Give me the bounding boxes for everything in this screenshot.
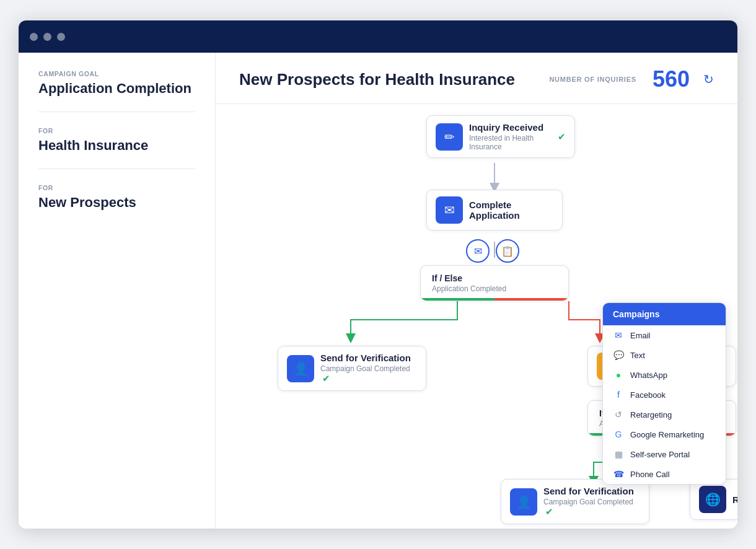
send-verification-1-node[interactable]: 👤 Send for Verification Campaign Goal Co… [278,346,426,391]
run-campaign-icon: 🌐 [699,486,726,513]
whatsapp-icon: ● [613,370,624,380]
verify2-subtitle: Campaign Goal Completed ✔ [543,498,640,517]
campaigns-item-phone[interactable]: ☎ Phone Call [603,464,726,484]
complete-application-node[interactable]: ✉ Complete Application [426,190,563,231]
text-label: Text [630,351,645,360]
sidebar: CAMPAIGN GOAL Application Completion FOR… [19,53,216,529]
traffic-dot-1 [30,33,38,41]
verify2-icon: 👤 [510,488,537,516]
facebook-icon: f [613,390,624,400]
campaigns-item-whatsapp[interactable]: ● WhatsApp [603,365,726,385]
portal-icon: ▦ [613,449,624,459]
verify1-check-icon: ✔ [322,373,330,384]
content-header: New Prospects for Health Insurance NUMBE… [216,53,737,104]
phone-label: Phone Call [630,470,670,479]
verify2-check-icon: ✔ [545,506,553,517]
campaigns-item-email[interactable]: ✉ Email [603,325,726,345]
campaign-goal-label: CAMPAIGN GOAL [38,70,195,77]
ifelse1-title: If / Else [432,273,557,283]
inquiries-count: 560 [653,66,690,92]
refresh-icon[interactable]: ↻ [703,72,714,87]
complete-app-title: Complete Application [469,200,553,221]
inquiry-icon: ✏ [436,123,463,151]
ifelse1-bar-red [494,298,568,301]
for-prospects-label: FOR [38,184,195,191]
sidebar-section-campaign-goal: CAMPAIGN GOAL Application Completion [38,70,195,112]
mini-icon-form[interactable]: 📋 [496,239,519,263]
portal-label: Self-serve Portal [630,450,690,459]
content-area: New Prospects for Health Insurance NUMBE… [216,53,737,529]
inquiry-received-node[interactable]: ✏ Inquiry Received Interested in Health … [426,115,575,158]
ifelse-node-1[interactable]: If / Else Application Completed [420,265,569,301]
facebook-label: Facebook [630,390,666,400]
campaigns-header: Campaigns [603,303,726,325]
for-prospects-value: New Prospects [38,195,195,211]
inquiry-title: Inquiry Received [469,122,550,133]
google-icon: G [613,429,624,439]
retargeting-icon: ↺ [613,410,624,419]
campaigns-item-google[interactable]: G Google Remarketing [603,424,726,444]
app-window: CAMPAIGN GOAL Application Completion FOR… [19,20,737,529]
retargeting-label: Retargeting [630,410,672,419]
title-bar [19,20,737,53]
campaigns-item-text[interactable]: 💬 Text [603,345,726,365]
for-health-label: FOR [38,127,195,134]
sidebar-section-health: FOR Health Insurance [38,127,195,169]
main-layout: CAMPAIGN GOAL Application Completion FOR… [19,53,737,529]
google-label: Google Remarketing [630,430,704,439]
inquiries-label: NUMBER OF INQUIRIES [549,76,636,83]
flow-canvas: ✏ Inquiry Received Interested in Health … [216,104,737,529]
inquiry-subtitle: Interested in Health Insurance [469,134,550,151]
inquiry-check-icon: ✔ [558,131,566,143]
phone-icon: ☎ [613,469,624,479]
run-campaign-title: Run Campaign [732,494,737,505]
whatsapp-label: WhatsApp [630,371,667,380]
mini-icon-email[interactable]: ✉ [466,239,490,263]
ifelse1-subtitle: Application Completed [432,284,557,293]
send-verification-2-node[interactable]: 👤 Send for Verification Campaign Goal Co… [501,479,649,524]
complete-app-icon: ✉ [436,196,463,224]
campaign-goal-value: Application Completion [38,81,195,97]
verify1-icon: 👤 [287,355,314,382]
traffic-dot-3 [57,33,65,41]
campaigns-item-portal[interactable]: ▦ Self-serve Portal [603,444,726,464]
ifelse1-bar-green [421,298,494,301]
verify1-title: Send for Verification [320,353,417,363]
sidebar-section-prospects: FOR New Prospects [38,184,195,226]
email-label: Email [630,331,651,340]
for-health-value: Health Insurance [38,138,195,154]
page-title: New Prospects for Health Insurance [239,70,515,89]
campaigns-item-facebook[interactable]: f Facebook [603,385,726,405]
text-icon: 💬 [613,350,624,360]
run-campaign-node[interactable]: 🌐 Run Campaign [690,479,737,520]
verify2-title: Send for Verification [543,486,640,496]
traffic-dot-2 [43,33,51,41]
campaigns-panel: Campaigns ✉ Email 💬 Text ● WhatsApp f [602,302,726,485]
email-icon: ✉ [613,330,624,340]
verify1-subtitle: Campaign Goal Completed ✔ [320,364,417,384]
campaigns-item-retargeting[interactable]: ↺ Retargeting [603,405,726,424]
